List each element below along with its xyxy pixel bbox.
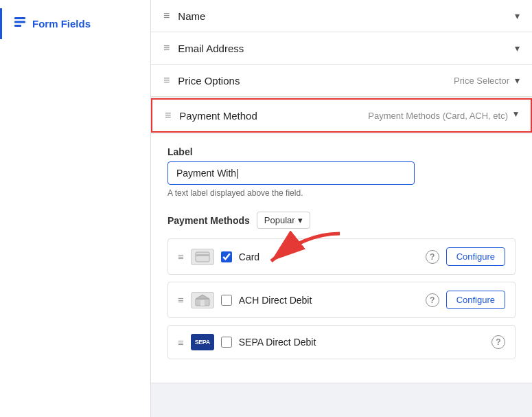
field-row-name[interactable]: ≡ Name ▾ <box>151 0 532 32</box>
payment-item-ach: ≡ ACH Direct Debit ? Configure <box>167 282 516 318</box>
chevron-name: ▾ <box>515 10 520 21</box>
payment-item-sepa: ≡ SEPA SEPA Direct Debit ? <box>167 325 516 359</box>
payment-filter-chevron: ▾ <box>298 215 303 225</box>
ach-name: ACH Direct Debit <box>239 295 419 306</box>
field-type-payment: Payment Methods (Card, ACH, etc) <box>368 111 508 121</box>
svg-rect-1 <box>14 21 25 23</box>
sidebar-item-label: Form Fields <box>32 18 91 30</box>
field-row-email[interactable]: ≡ Email Address ▾ <box>151 32 532 65</box>
sepa-name: SEPA Direct Debit <box>239 337 485 348</box>
svg-marker-7 <box>196 295 209 299</box>
card-checkbox[interactable] <box>221 251 232 262</box>
chevron-email: ▾ <box>515 43 520 54</box>
chevron-payment: ▴ <box>513 110 518 121</box>
svg-rect-0 <box>14 17 25 19</box>
svg-rect-3 <box>196 252 209 262</box>
drag-handle-ach: ≡ <box>178 294 184 306</box>
ach-help-button[interactable]: ? <box>426 293 439 307</box>
sidebar-item-form-fields[interactable]: Form Fields <box>0 8 150 39</box>
svg-rect-8 <box>200 300 205 306</box>
label-input[interactable] <box>167 161 415 185</box>
card-help-button[interactable]: ? <box>426 250 439 264</box>
svg-rect-4 <box>196 254 209 256</box>
card-configure-button[interactable]: Configure <box>446 247 505 266</box>
payment-filter-label: Popular <box>264 215 295 225</box>
payment-methods-section: Payment Methods Popular ▾ ≡ Card <box>167 212 516 359</box>
label-section-title: Label <box>167 146 516 157</box>
field-row-price[interactable]: ≡ Price Options Price Selector ▾ <box>151 65 532 97</box>
sepa-help-button[interactable]: ? <box>491 335 505 349</box>
payment-item-card: ≡ Card ? <box>167 238 516 275</box>
drag-handle-payment: ≡ <box>165 109 171 122</box>
field-type-price: Price Selector <box>454 76 509 86</box>
sepa-checkbox[interactable] <box>221 337 232 348</box>
svg-rect-2 <box>14 25 21 27</box>
payment-filter-dropdown[interactable]: Popular ▾ <box>257 212 310 229</box>
field-label-name: Name <box>178 10 515 22</box>
expanded-panel-payment: Label A text label displayed above the f… <box>151 134 532 383</box>
field-label-payment: Payment Method <box>179 110 368 122</box>
form-fields-icon <box>13 15 27 32</box>
drag-handle-price: ≡ <box>163 74 170 87</box>
ach-icon <box>191 292 214 308</box>
card-icon <box>191 249 214 265</box>
drag-handle-sepa: ≡ <box>178 337 184 348</box>
drag-handle-name: ≡ <box>163 10 170 22</box>
ach-checkbox[interactable] <box>221 295 232 306</box>
payment-methods-header: Payment Methods Popular ▾ <box>167 212 516 229</box>
field-label-price: Price Options <box>178 75 454 87</box>
red-arrow-indicator <box>251 227 347 268</box>
ach-configure-button[interactable]: Configure <box>446 291 505 309</box>
payment-methods-title: Payment Methods <box>167 215 250 226</box>
label-hint: A text label displayed above the field. <box>167 188 516 198</box>
field-label-email: Email Address <box>178 43 515 54</box>
chevron-price: ▾ <box>515 75 520 86</box>
drag-handle-email: ≡ <box>163 42 170 54</box>
drag-handle-card: ≡ <box>178 251 184 262</box>
main-content: ≡ Name ▾ ≡ Email Address ▾ ≡ Price Optio… <box>151 0 532 417</box>
card-name: Card <box>239 251 419 262</box>
field-row-payment[interactable]: ≡ Payment Method Payment Methods (Card, … <box>151 98 532 133</box>
label-form-group: Label A text label displayed above the f… <box>167 146 516 198</box>
sepa-icon: SEPA <box>191 334 214 350</box>
sidebar: Form Fields <box>0 0 151 417</box>
